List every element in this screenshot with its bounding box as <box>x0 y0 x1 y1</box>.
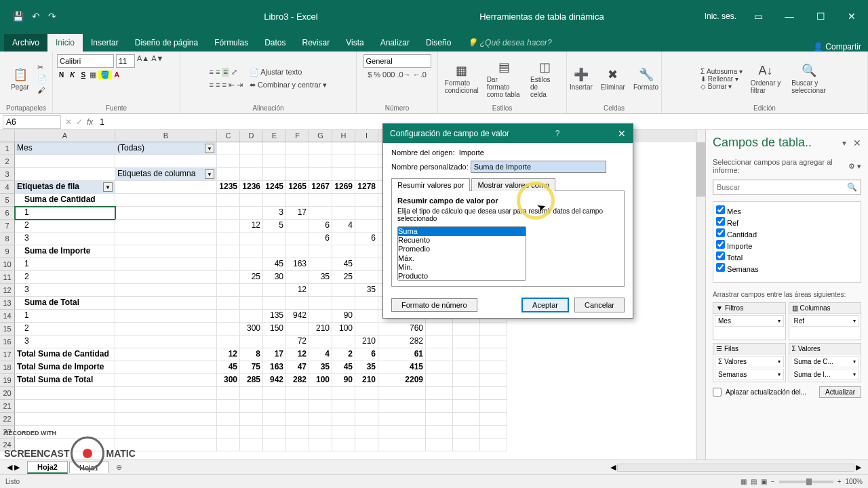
cell[interactable] <box>217 426 240 439</box>
cell[interactable]: 75 <box>240 361 263 374</box>
cell[interactable] <box>263 232 286 245</box>
cell[interactable]: 45 <box>217 361 240 374</box>
cell[interactable]: 1235 <box>217 181 240 194</box>
cell[interactable] <box>263 336 286 348</box>
cancel-formula-icon[interactable]: ✕ <box>65 117 72 127</box>
font-color-icon[interactable]: A <box>114 70 119 79</box>
indent-inc-icon[interactable]: ⇥ <box>237 81 243 89</box>
cell[interactable]: 135 <box>263 310 286 323</box>
col-header[interactable]: G <box>309 130 332 142</box>
align-right-icon[interactable]: ≡ <box>222 81 226 89</box>
cell[interactable] <box>355 323 378 336</box>
cell[interactable]: Total Suma de Total <box>15 374 115 387</box>
cell[interactable] <box>426 361 453 374</box>
cell[interactable] <box>480 387 507 400</box>
cell[interactable] <box>355 245 378 258</box>
cell[interactable]: 2 <box>15 323 115 336</box>
pane-dropdown-icon[interactable]: ▾ <box>842 138 846 148</box>
cell[interactable] <box>263 168 286 181</box>
cell[interactable]: 300 <box>217 374 240 387</box>
cell[interactable] <box>217 413 240 426</box>
cell[interactable] <box>240 413 263 426</box>
zoom-in-icon[interactable]: + <box>837 478 842 485</box>
share-button[interactable]: 👤 Compartir <box>813 42 861 52</box>
cell[interactable] <box>115 310 217 323</box>
increase-font-icon[interactable]: A▲ <box>137 54 149 68</box>
cell[interactable] <box>15 413 115 426</box>
cell[interactable] <box>240 426 263 439</box>
cell[interactable] <box>240 168 263 181</box>
cell[interactable] <box>286 271 309 284</box>
cell[interactable] <box>453 374 480 387</box>
cell[interactable]: 2 <box>15 220 115 232</box>
cell[interactable] <box>355 387 378 400</box>
cell[interactable] <box>217 220 240 232</box>
cell[interactable] <box>286 142 309 155</box>
row-header[interactable]: 7 <box>0 220 15 232</box>
cell[interactable] <box>309 426 332 439</box>
cell[interactable] <box>309 400 332 413</box>
cell[interactable]: Total Suma de Importe <box>15 361 115 374</box>
cell[interactable]: 12 <box>286 348 309 361</box>
cell[interactable] <box>286 232 309 245</box>
cell[interactable] <box>309 336 332 348</box>
cell[interactable] <box>115 348 217 361</box>
cell[interactable] <box>115 258 217 271</box>
cell[interactable] <box>217 258 240 271</box>
cell[interactable] <box>217 310 240 323</box>
cell[interactable] <box>217 168 240 181</box>
cell[interactable] <box>453 426 480 439</box>
cell[interactable]: 760 <box>378 323 426 336</box>
row-header[interactable]: 8 <box>0 232 15 245</box>
cell[interactable] <box>286 400 309 413</box>
border-icon[interactable]: ▦ <box>90 70 96 79</box>
area-item[interactable]: Mes▾ <box>715 315 784 327</box>
gear-icon[interactable]: ⚙ ▾ <box>848 162 861 171</box>
cell[interactable] <box>240 336 263 348</box>
cell[interactable] <box>309 207 332 220</box>
cell[interactable] <box>263 387 286 400</box>
cell[interactable] <box>453 336 480 348</box>
cell[interactable] <box>263 142 286 155</box>
cell[interactable] <box>309 258 332 271</box>
field-checkbox[interactable]: Semanas <box>716 262 858 274</box>
cell[interactable]: 282 <box>378 336 426 348</box>
zoom-level[interactable]: 100% <box>845 478 863 485</box>
format-painter-icon[interactable]: 🖌 <box>37 86 47 94</box>
cell[interactable] <box>355 297 378 310</box>
percent-icon[interactable]: % <box>374 70 380 79</box>
tab-formulas[interactable]: Fórmulas <box>206 34 256 52</box>
cell[interactable]: 3 <box>263 207 286 220</box>
cell[interactable]: 45 <box>332 361 355 374</box>
cell[interactable]: 35 <box>355 284 378 297</box>
cell[interactable] <box>115 271 217 284</box>
cell[interactable] <box>426 374 453 387</box>
cell[interactable]: 8 <box>240 348 263 361</box>
autosum-button[interactable]: Σ Autosuma ▾ <box>701 68 743 75</box>
cell[interactable]: 2 <box>332 348 355 361</box>
fill-button[interactable]: ⬇ Rellenar ▾ <box>701 75 743 83</box>
cell[interactable] <box>355 439 378 451</box>
number-format-button[interactable]: Formato de número <box>391 298 477 312</box>
name-box[interactable] <box>3 115 61 129</box>
cell[interactable]: 100 <box>309 374 332 387</box>
italic-button[interactable]: K <box>68 70 77 79</box>
underline-button[interactable]: S <box>79 70 87 79</box>
align-left-icon[interactable]: ≡ <box>210 81 214 89</box>
decrease-font-icon[interactable]: A▼ <box>151 54 163 68</box>
clear-button[interactable]: ◇ Borrar ▾ <box>701 83 743 90</box>
cell[interactable] <box>355 271 378 284</box>
row-header[interactable]: 10 <box>0 258 15 271</box>
cell[interactable] <box>355 207 378 220</box>
cell[interactable] <box>217 400 240 413</box>
inc-decimal-icon[interactable]: .0→ <box>397 70 410 79</box>
cell[interactable]: 90 <box>332 374 355 387</box>
cell[interactable]: 72 <box>286 336 309 348</box>
cell[interactable] <box>355 220 378 232</box>
cell[interactable] <box>115 413 217 426</box>
row-header[interactable]: 16 <box>0 336 15 348</box>
cell[interactable] <box>263 400 286 413</box>
row-header[interactable]: 9 <box>0 245 15 258</box>
font-size-input[interactable] <box>116 54 135 68</box>
cell[interactable] <box>355 155 378 168</box>
